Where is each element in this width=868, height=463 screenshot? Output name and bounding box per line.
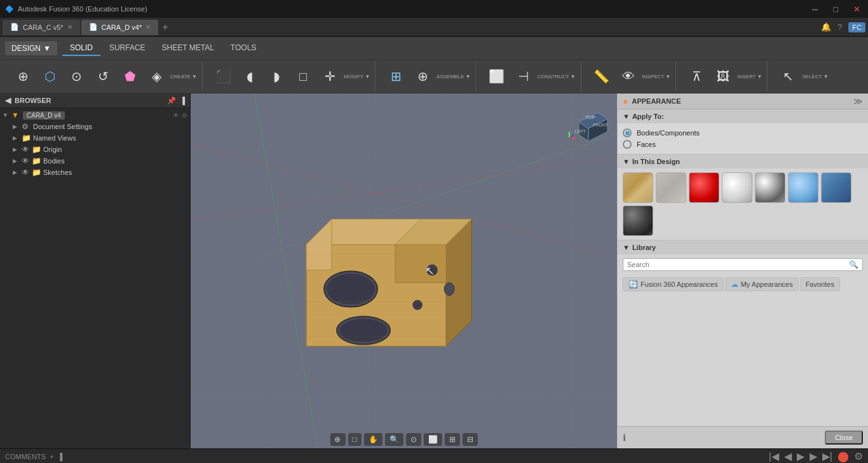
extrude-tool[interactable]: ⬡: [37, 62, 62, 90]
new-tab-button[interactable]: +: [162, 22, 168, 33]
timeline-settings-icon[interactable]: ⚙: [854, 450, 863, 462]
in-this-design-header[interactable]: ▼ In This Design: [618, 155, 868, 169]
notification-icon[interactable]: 🔔: [821, 22, 831, 32]
library-tabs: 🔄 Fusion 360 Appearances ☁ My Appearance…: [618, 275, 868, 294]
close-button[interactable]: ✕: [851, 4, 863, 14]
offset-plane-tool[interactable]: ⬜: [484, 62, 509, 90]
apply-faces-radio[interactable]: [623, 140, 632, 149]
tab-tools[interactable]: TOOLS: [223, 41, 264, 56]
toggle-views[interactable]: ▶: [13, 135, 22, 141]
search-icon[interactable]: 🔍: [849, 260, 858, 269]
move-tool[interactable]: ✛: [317, 62, 342, 90]
zoom-fit-tool[interactable]: ⊙: [406, 433, 421, 446]
tab-sheet-metal[interactable]: SHEET METAL: [154, 41, 222, 56]
grid-tool[interactable]: ⊞: [445, 433, 460, 446]
view-cube[interactable]: TOP LEFT FRONT: [566, 100, 611, 144]
tab-solid[interactable]: SOLID: [62, 41, 100, 56]
joint-tool[interactable]: ⊞: [383, 62, 409, 90]
comments-add-icon[interactable]: +: [50, 453, 53, 460]
prev-frame-icon[interactable]: |◀: [769, 450, 779, 462]
toggle-bodies[interactable]: ▶: [13, 158, 22, 164]
select-tool[interactable]: ↖: [775, 62, 801, 90]
maximize-button[interactable]: □: [831, 4, 841, 14]
measure-tool[interactable]: 📏: [589, 62, 614, 90]
comments-collapse-icon[interactable]: ▐: [58, 453, 63, 460]
tree-item-origin[interactable]: ▶ 👁 📁 Origin: [0, 144, 190, 155]
swatch-blue[interactable]: [821, 172, 851, 203]
tree-item-named-views[interactable]: ▶ 📁 Named Views: [0, 132, 190, 144]
fillet-tool[interactable]: ◖: [237, 62, 262, 90]
root-settings-icon[interactable]: ⚙: [182, 112, 187, 119]
swatch-chrome[interactable]: [755, 172, 785, 203]
close-button[interactable]: Close: [825, 431, 863, 445]
fusion-appearances-tab[interactable]: 🔄 Fusion 360 Appearances: [623, 277, 724, 291]
browser-pin-icon[interactable]: 📌: [167, 97, 176, 105]
rib-tool[interactable]: ⬟: [117, 62, 142, 90]
inspect-tool[interactable]: 👁: [616, 62, 641, 90]
origin-visible-icon[interactable]: 👁: [22, 145, 32, 154]
user-icon[interactable]: FC: [848, 22, 865, 32]
viewport[interactable]: TOP LEFT FRONT ↖ ⊕ □ ✋ 🔍 ⊙ ⬜ ⊞ ⊟: [191, 93, 617, 448]
view-mode-tool[interactable]: ⬜: [424, 433, 442, 446]
last-frame-icon[interactable]: ▶|: [822, 450, 832, 462]
tree-item-root[interactable]: ▼ ▼ CARA_D v4 👁 ⚙: [0, 109, 190, 121]
new-component-tool[interactable]: ⊕: [10, 62, 36, 90]
toggle-sketches[interactable]: ▶: [13, 169, 22, 176]
tree-item-doc-settings[interactable]: ▶ ⚙ Document Settings: [0, 121, 190, 132]
environment-tool[interactable]: ⊟: [463, 433, 478, 446]
swatch-white[interactable]: [722, 172, 752, 203]
bodies-visible-icon[interactable]: 👁: [22, 156, 32, 165]
search-input[interactable]: [627, 261, 849, 268]
swatch-red-gloss[interactable]: [689, 172, 719, 203]
tab-surface[interactable]: SURFACE: [102, 41, 153, 56]
library-header[interactable]: ▼ Library: [618, 240, 868, 254]
title-bar-right[interactable]: ─ □ ✕: [810, 4, 863, 14]
pivot-tool[interactable]: ⊕: [330, 433, 345, 446]
play-back-icon[interactable]: ◀: [784, 450, 792, 462]
play-icon[interactable]: ▶: [797, 450, 804, 462]
tab-close-cara-c[interactable]: ✕: [67, 24, 72, 31]
swatch-dark-metal[interactable]: [623, 205, 653, 236]
favorites-tab[interactable]: Favorites: [800, 277, 840, 291]
browser-collapse-icon[interactable]: ▐: [180, 97, 185, 105]
tree-item-sketches[interactable]: ▶ 👁 📁 Sketches: [0, 167, 190, 178]
tab-cara-c[interactable]: 📄 CARA_C v5* ✕: [3, 20, 80, 35]
apply-to-header[interactable]: ▼ Apply To:: [618, 109, 868, 123]
help-icon[interactable]: ?: [837, 22, 842, 32]
browser-back-icon[interactable]: ◀: [5, 96, 11, 105]
sketches-visible-icon[interactable]: 👁: [22, 168, 32, 177]
shell-tool[interactable]: □: [290, 62, 316, 90]
swatch-wood[interactable]: [623, 172, 653, 203]
play-forward-icon[interactable]: ▶: [810, 450, 817, 462]
info-icon[interactable]: ℹ: [623, 432, 626, 443]
camera-tool[interactable]: □: [348, 433, 361, 446]
zoom-in-tool[interactable]: 🔍: [385, 433, 403, 446]
root-visible-icon[interactable]: 👁: [173, 112, 179, 119]
minimize-button[interactable]: ─: [810, 4, 820, 14]
tree-item-bodies[interactable]: ▶ 👁 📁 Bodies: [0, 155, 190, 167]
toggle-doc[interactable]: ▶: [13, 123, 22, 130]
axis-tool[interactable]: ⊣: [510, 62, 536, 90]
pan-tool[interactable]: ✋: [364, 433, 383, 446]
toggle-origin[interactable]: ▶: [13, 146, 22, 153]
appearance-expand-icon[interactable]: ≫: [853, 96, 863, 106]
record-icon[interactable]: ⬤: [837, 450, 849, 462]
toggle-root[interactable]: ▼: [3, 112, 11, 118]
web-tool[interactable]: ◈: [144, 62, 169, 90]
swatch-concrete[interactable]: [656, 172, 686, 203]
tab-cara-d[interactable]: 📄 CARA_D v4* ✕: [81, 20, 159, 35]
sweep-tool[interactable]: ↺: [90, 62, 116, 90]
chamfer-tool[interactable]: ◗: [264, 62, 289, 90]
insert-tool[interactable]: ⊼: [684, 62, 709, 90]
joint-origin-tool[interactable]: ⊕: [410, 62, 435, 90]
press-pull-tool[interactable]: ⬛: [210, 62, 236, 90]
swatch-blue-glass[interactable]: [788, 172, 818, 203]
design-dropdown[interactable]: DESIGN ▼: [5, 41, 57, 55]
revolve-tool[interactable]: ⊙: [64, 62, 89, 90]
decal-tool[interactable]: 🖼: [710, 62, 736, 90]
tabbar-right: 🔔 ? FC: [821, 22, 865, 32]
tab-close-cara-d[interactable]: ✕: [146, 24, 151, 31]
apply-bodies-radio[interactable]: [623, 128, 632, 137]
origin-folder-icon: 📁: [32, 145, 42, 154]
my-appearances-tab[interactable]: ☁ My Appearances: [725, 277, 799, 291]
